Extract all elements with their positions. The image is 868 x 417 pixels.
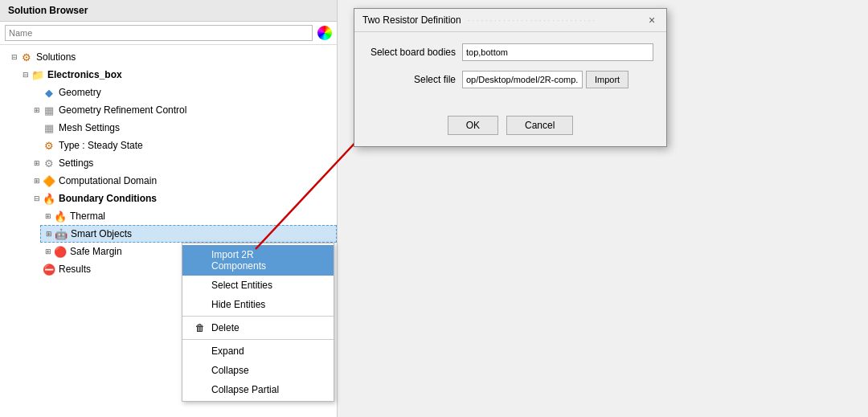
context-menu: Import 2R Components Select Entities Hid…	[182, 243, 334, 402]
context-menu-item-delete[interactable]: 🗑 Delete	[182, 318, 334, 337]
context-menu-item-import-2r[interactable]: Import 2R Components	[182, 245, 334, 276]
geometry-icon: ◆	[42, 85, 56, 100]
cancel-button[interactable]: Cancel	[506, 116, 573, 135]
thermal-icon: 🔥	[53, 209, 68, 223]
expander-thermal[interactable]: ⊞	[43, 211, 53, 221]
select-board-label: Select board bodies	[367, 47, 456, 58]
color-ball-icon	[317, 26, 332, 40]
dialog-title: Two Resistor Definition	[362, 14, 461, 26]
context-menu-item-expand[interactable]: Expand	[182, 341, 334, 361]
select-file-label: Select file	[367, 74, 456, 85]
tree-item-boundary-conditions[interactable]: ⊟ 🔥 Boundary Conditions	[29, 190, 337, 207]
context-menu-item-select-entities[interactable]: Select Entities	[182, 276, 334, 295]
smart-objects-icon: 🤖	[54, 227, 68, 241]
tree-item-settings[interactable]: ⊞ ⚙ Settings	[29, 154, 337, 172]
ok-button[interactable]: OK	[448, 116, 498, 135]
select-file-input[interactable]	[462, 71, 583, 88]
expander-geom-refinement[interactable]: ⊞	[32, 105, 42, 115]
select-board-input[interactable]	[462, 43, 653, 61]
expander-geometry	[32, 88, 42, 97]
mesh-settings-label: Mesh Settings	[59, 122, 120, 133]
geometry-refinement-icon: ▦	[42, 103, 56, 117]
panel-title: Solution Browser	[0, 0, 337, 22]
expander-electronics[interactable]: ⊟	[21, 70, 31, 80]
import-2r-label: Import 2R Components	[211, 249, 311, 272]
smart-objects-label: Smart Objects	[71, 228, 132, 239]
geometry-refinement-label: Geometry Refinement Control	[59, 104, 186, 116]
delete-label: Delete	[211, 322, 240, 333]
expand-label: Expand	[211, 345, 244, 357]
expander-type	[32, 141, 42, 150]
expander-boundary[interactable]: ⊟	[32, 194, 42, 203]
results-icon: ⛔	[42, 262, 56, 276]
delete-icon: 🗑	[194, 322, 207, 333]
type-icon: ⚙	[42, 138, 56, 153]
two-resistor-dialog: Two Resistor Definition · · · · · · · · …	[354, 8, 667, 147]
select-board-field	[462, 43, 653, 61]
context-menu-item-collapse[interactable]: Collapse	[182, 361, 334, 380]
safe-margin-label: Safe Margin	[70, 246, 122, 257]
solutions-label: Solutions	[36, 51, 76, 63]
select-file-field: Import	[462, 71, 653, 88]
dialog-titlebar: Two Resistor Definition · · · · · · · · …	[354, 9, 666, 32]
tree-item-electronics-box[interactable]: ⊟ 📁 Electronics_box	[18, 66, 337, 84]
results-label: Results	[59, 264, 91, 275]
mesh-settings-icon: ▦	[42, 121, 56, 135]
boundary-icon: 🔥	[42, 191, 56, 206]
expander-smart[interactable]: ⊞	[44, 229, 54, 239]
boundary-label: Boundary Conditions	[59, 193, 157, 204]
search-bar	[0, 22, 337, 45]
import-button[interactable]: Import	[586, 71, 628, 88]
domain-icon: 🔶	[42, 174, 56, 188]
dialog-footer: OK Cancel	[354, 109, 666, 146]
expander-solutions[interactable]: ⊟	[10, 52, 19, 62]
select-entities-label: Select Entities	[211, 280, 272, 291]
collapse-label: Collapse	[211, 365, 249, 376]
hide-entities-label: Hide Entities	[211, 299, 265, 310]
tree-item-geometry[interactable]: ◆ Geometry	[29, 84, 337, 101]
tree-item-smart-objects[interactable]: ⊞ 🤖 Smart Objects	[40, 225, 337, 243]
expander-safe-margin[interactable]: ⊞	[43, 247, 53, 256]
folder-icon: 📁	[31, 67, 45, 82]
settings-label: Settings	[59, 157, 93, 169]
dialog-body: Select board bodies Select file Import	[354, 32, 666, 109]
dialog-dots-decoration: · · · · · · · · · · · · · · · · · · · · …	[468, 16, 639, 25]
dialog-close-button[interactable]: ×	[645, 14, 658, 27]
tree-item-type-steady[interactable]: ⚙ Type : Steady State	[29, 137, 337, 154]
electronics-box-label: Electronics_box	[47, 69, 122, 80]
settings-icon: ⚙	[42, 156, 56, 170]
thermal-label: Thermal	[70, 211, 105, 222]
tree-item-mesh-settings[interactable]: ▦ Mesh Settings	[29, 119, 337, 137]
geometry-label: Geometry	[59, 87, 101, 98]
context-menu-separator-1	[182, 316, 334, 317]
search-input[interactable]	[5, 25, 313, 41]
tree-item-geometry-refinement[interactable]: ⊞ ▦ Geometry Refinement Control	[29, 101, 337, 119]
expander-mesh	[32, 123, 42, 133]
solutions-icon: ⚙	[19, 50, 34, 64]
select-board-row: Select board bodies	[367, 43, 653, 61]
context-menu-item-hide-entities[interactable]: Hide Entities	[182, 295, 334, 314]
domain-label: Computational Domain	[59, 175, 157, 186]
safe-margin-icon: 🔴	[53, 244, 68, 259]
tree-item-computational-domain[interactable]: ⊞ 🔶 Computational Domain	[29, 172, 337, 190]
tree-item-thermal[interactable]: ⊞ 🔥 Thermal	[40, 207, 337, 225]
context-menu-separator-2	[182, 339, 334, 340]
tree-item-solutions[interactable]: ⊟ ⚙ Solutions	[6, 48, 337, 66]
expander-results	[32, 264, 42, 274]
type-label: Type : Steady State	[59, 140, 143, 151]
context-menu-item-collapse-partial[interactable]: Collapse Partial	[182, 380, 334, 399]
select-file-row: Select file Import	[367, 71, 653, 88]
expander-domain[interactable]: ⊞	[32, 176, 42, 186]
collapse-partial-label: Collapse Partial	[211, 384, 279, 395]
expander-settings[interactable]: ⊞	[32, 158, 42, 168]
